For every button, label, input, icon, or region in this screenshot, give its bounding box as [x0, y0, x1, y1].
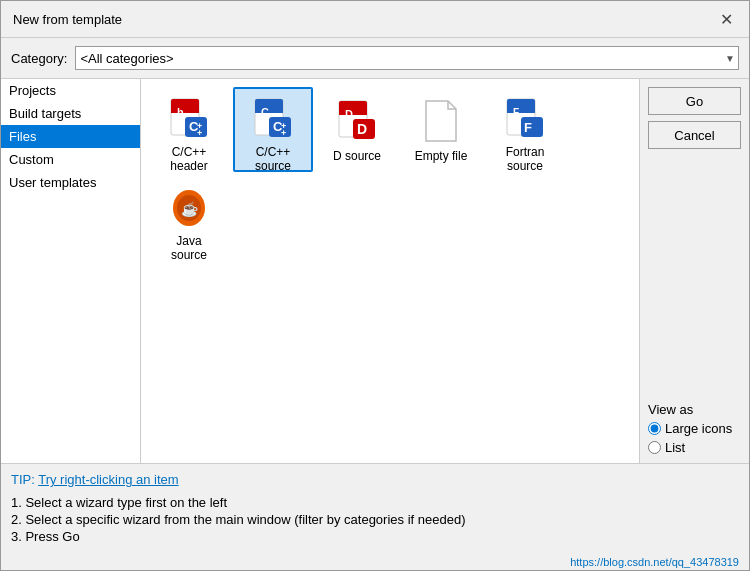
svg-text:h: h	[177, 106, 184, 118]
svg-text:D: D	[357, 121, 367, 137]
d-source-label: D source	[333, 149, 381, 163]
icon-item-c-cpp-header[interactable]: h C + + C/C++header	[149, 87, 229, 172]
right-panel: Go Cancel View as Large icons List	[639, 79, 749, 463]
instruction-3: 3. Press Go	[11, 529, 739, 544]
instruction-1: 1. Select a wizard type first on the lef…	[11, 495, 739, 510]
fortran-source-icon: F F	[501, 97, 549, 141]
dialog-title: New from template	[13, 12, 122, 27]
c-cpp-header-icon: h C + +	[165, 97, 213, 141]
svg-text:F: F	[524, 120, 532, 135]
tip-prefix: TIP:	[11, 472, 38, 487]
go-button[interactable]: Go	[648, 87, 741, 115]
close-button[interactable]: ✕	[715, 8, 737, 30]
svg-rect-25	[507, 107, 535, 113]
tip-link[interactable]: Try right-clicking an item	[38, 472, 178, 487]
sidebar-item-files[interactable]: Files	[1, 125, 140, 148]
main-content: Projects Build targets Files Custom User…	[1, 78, 749, 463]
large-icons-radio[interactable]	[648, 422, 661, 435]
icon-item-java-source[interactable]: ☕ Javasource	[149, 176, 229, 261]
large-icons-option[interactable]: Large icons	[648, 421, 741, 436]
svg-text:+: +	[197, 128, 202, 138]
list-radio[interactable]	[648, 441, 661, 454]
tip-line: TIP: Try right-clicking an item	[11, 472, 739, 487]
category-bar: Category: <All categories> C/C++ D Files…	[1, 38, 749, 78]
svg-rect-2	[171, 107, 199, 113]
icon-item-d-source[interactable]: D D D source	[317, 87, 397, 172]
icon-item-empty-file[interactable]: Empty file	[401, 87, 481, 172]
category-select[interactable]: <All categories> C/C++ D Files Fortran J…	[75, 46, 739, 70]
svg-text:C: C	[261, 106, 269, 118]
icons-grid: h C + + C/C++header	[149, 87, 631, 261]
c-cpp-source-label: C/C++source	[255, 145, 291, 174]
bottom-section: TIP: Try right-clicking an item 1. Selec…	[1, 463, 749, 554]
cancel-button[interactable]: Cancel	[648, 121, 741, 149]
sidebar-item-projects[interactable]: Projects	[1, 79, 140, 102]
d-source-icon: D D	[333, 97, 381, 145]
instruction-2: 2. Select a specific wizard from the mai…	[11, 512, 739, 527]
svg-text:☕: ☕	[181, 201, 199, 218]
view-as-section: View as Large icons List	[648, 402, 741, 455]
bottom-footer: https://blog.csdn.net/qq_43478319	[1, 554, 749, 570]
list-option[interactable]: List	[648, 440, 741, 455]
fortran-source-label: Fortransource	[506, 145, 545, 174]
c-cpp-source-icon: C C + +	[249, 97, 297, 141]
title-bar: New from template ✕	[1, 1, 749, 37]
large-icons-label: Large icons	[665, 421, 732, 436]
category-dropdown-wrapper: <All categories> C/C++ D Files Fortran J…	[75, 46, 739, 70]
sidebar: Projects Build targets Files Custom User…	[1, 79, 141, 463]
sidebar-item-user-templates[interactable]: User templates	[1, 171, 140, 194]
dialog: New from template ✕ Category: <All categ…	[0, 0, 750, 571]
svg-text:D: D	[345, 108, 353, 120]
svg-marker-22	[426, 101, 456, 141]
icon-item-fortran-source[interactable]: F F Fortransource	[485, 87, 565, 172]
svg-text:F: F	[513, 107, 519, 118]
svg-rect-10	[255, 107, 283, 113]
java-source-label: Javasource	[171, 234, 207, 263]
footer-url: https://blog.csdn.net/qq_43478319	[570, 556, 739, 568]
icon-item-c-cpp-source[interactable]: C C + + C/C++source	[233, 87, 313, 172]
svg-text:+: +	[281, 128, 286, 138]
category-label: Category:	[11, 51, 67, 66]
sidebar-item-custom[interactable]: Custom	[1, 148, 140, 171]
empty-file-label: Empty file	[415, 149, 468, 163]
empty-file-icon	[417, 97, 465, 145]
java-source-icon: ☕	[165, 186, 213, 230]
content-area: h C + + C/C++header	[141, 79, 639, 463]
view-as-label: View as	[648, 402, 741, 417]
svg-rect-18	[339, 109, 367, 115]
c-cpp-header-label: C/C++header	[170, 145, 207, 174]
dialog-body: Category: <All categories> C/C++ D Files…	[1, 38, 749, 570]
sidebar-item-build-targets[interactable]: Build targets	[1, 102, 140, 125]
list-label: List	[665, 440, 685, 455]
